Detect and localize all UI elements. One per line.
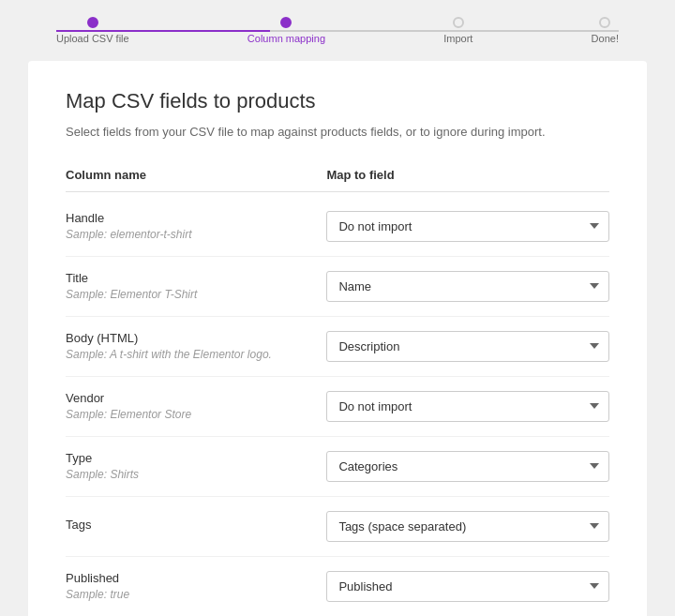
field-sample-handle: Sample: elementor-t-shirt — [66, 228, 308, 241]
table-row: Body (HTML) Sample: A t-shirt with the E… — [66, 317, 609, 377]
field-sample-body: Sample: A t-shirt with the Elementor log… — [66, 348, 308, 361]
col-right-type[interactable]: Do not import Name Description Categorie… — [326, 451, 609, 482]
step-mapping: Column mapping — [248, 17, 325, 44]
card-title: Map CSV fields to products — [66, 89, 609, 113]
field-name-body: Body (HTML) — [66, 331, 308, 345]
col-right-published[interactable]: Do not import Name Description Categorie… — [326, 571, 609, 602]
select-title[interactable]: Do not import Name Description Categorie… — [326, 271, 609, 302]
col-left-handle: Handle Sample: elementor-t-shirt — [66, 211, 326, 241]
progress-bar-container: Upload CSV file Column mapping Import Do… — [0, 0, 675, 61]
table-row: Vendor Sample: Elementor Store Do not im… — [66, 377, 609, 437]
table-row: Tags Do not import Name Description Cate… — [66, 497, 609, 557]
field-name-tags: Tags — [66, 518, 308, 532]
field-name-title: Title — [66, 271, 308, 285]
table-header: Column name Map to field — [66, 168, 609, 192]
select-vendor[interactable]: Do not import Name Description Categorie… — [326, 391, 609, 422]
step-dot-done — [599, 17, 610, 28]
page-wrapper: Upload CSV file Column mapping Import Do… — [0, 0, 675, 616]
table-row: Handle Sample: elementor-t-shirt Do not … — [66, 197, 609, 257]
field-sample-published: Sample: true — [66, 588, 308, 601]
table-row: Title Sample: Elementor T-Shirt Do not i… — [66, 257, 609, 317]
progress-bar: Upload CSV file Column mapping Import Do… — [56, 17, 619, 44]
mapping-table: Column name Map to field Handle Sample: … — [66, 168, 609, 617]
field-sample-type: Sample: Shirts — [66, 468, 308, 481]
main-card: Map CSV fields to products Select fields… — [28, 61, 647, 616]
step-label-import: Import — [443, 33, 472, 44]
select-handle[interactable]: Do not import Name Description Categorie… — [326, 211, 609, 242]
col-left-tags: Tags — [66, 518, 326, 534]
field-name-handle: Handle — [66, 211, 308, 225]
select-tags[interactable]: Do not import Name Description Categorie… — [326, 511, 609, 542]
step-label-upload: Upload CSV file — [56, 33, 129, 44]
step-dot-mapping — [280, 17, 292, 28]
select-body[interactable]: Do not import Name Description Categorie… — [326, 331, 609, 362]
field-sample-title: Sample: Elementor T-Shirt — [66, 288, 308, 301]
field-name-type: Type — [66, 451, 308, 465]
field-name-vendor: Vendor — [66, 391, 308, 405]
col-right-vendor[interactable]: Do not import Name Description Categorie… — [326, 391, 609, 422]
th-column-name: Column name — [66, 168, 326, 182]
step-import: Import — [443, 17, 472, 44]
field-name-published: Published — [66, 571, 308, 585]
col-right-body[interactable]: Do not import Name Description Categorie… — [326, 331, 609, 362]
th-map-to: Map to field — [326, 168, 609, 182]
card-subtitle: Select fields from your CSV file to map … — [66, 123, 609, 142]
table-row: Type Sample: Shirts Do not import Name D… — [66, 437, 609, 497]
col-left-published: Published Sample: true — [66, 571, 326, 601]
col-right-tags[interactable]: Do not import Name Description Categorie… — [326, 511, 609, 542]
table-row: Published Sample: true Do not import Nam… — [66, 557, 609, 617]
step-dot-upload — [87, 17, 98, 28]
step-done: Done! — [592, 17, 619, 44]
step-dot-import — [453, 17, 464, 28]
col-left-vendor: Vendor Sample: Elementor Store — [66, 391, 326, 421]
select-published[interactable]: Do not import Name Description Categorie… — [326, 571, 609, 602]
field-sample-vendor: Sample: Elementor Store — [66, 408, 308, 421]
step-upload: Upload CSV file — [56, 17, 129, 44]
col-left-title: Title Sample: Elementor T-Shirt — [66, 271, 326, 301]
col-right-title[interactable]: Do not import Name Description Categorie… — [326, 271, 609, 302]
col-left-type: Type Sample: Shirts — [66, 451, 326, 481]
step-label-mapping: Column mapping — [248, 33, 325, 44]
col-right-handle[interactable]: Do not import Name Description Categorie… — [326, 211, 609, 242]
col-left-body: Body (HTML) Sample: A t-shirt with the E… — [66, 331, 326, 361]
select-type[interactable]: Do not import Name Description Categorie… — [326, 451, 609, 482]
step-label-done: Done! — [592, 33, 619, 44]
